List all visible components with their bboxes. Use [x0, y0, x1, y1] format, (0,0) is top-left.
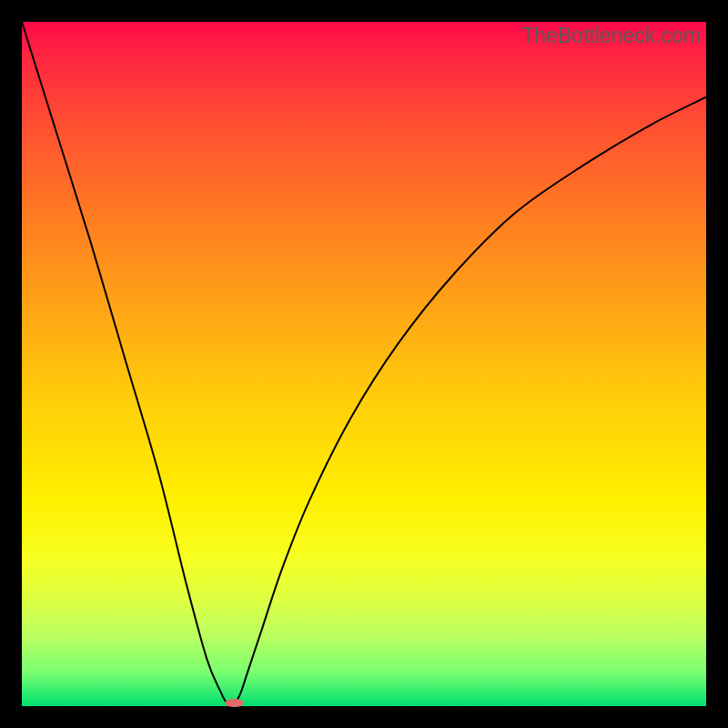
curve-left [22, 22, 234, 706]
plot-area: TheBottleneck.com [22, 22, 706, 706]
minimum-marker [225, 699, 244, 707]
curve-right [234, 97, 706, 706]
watermark-label: TheBottleneck.com [516, 22, 706, 52]
chart-root: TheBottleneck.com [0, 0, 728, 728]
curve-layer [22, 22, 706, 706]
